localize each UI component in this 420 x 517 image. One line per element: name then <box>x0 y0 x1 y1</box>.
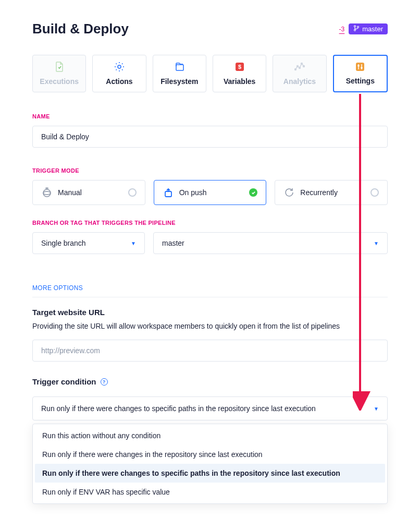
tab-settings[interactable]: Settings <box>333 55 388 92</box>
target-url-desc: Providing the site URL will allow worksp… <box>32 322 388 330</box>
branch-type-dropdown[interactable]: Single branch ▼ <box>32 232 145 254</box>
trigger-on-push[interactable]: On push <box>154 180 267 205</box>
trigger-mode-label: TRIGGER MODE <box>32 167 388 174</box>
svg-point-18 <box>43 191 51 195</box>
settings-icon <box>355 62 365 71</box>
pipeline-name-input[interactable] <box>32 126 388 148</box>
branch-trigger-label: BRANCH OR TAG THAT TRIGGERS THE PIPELINE <box>32 220 388 226</box>
page-title: Build & Deploy <box>32 21 129 37</box>
chevron-down-icon: ▼ <box>374 406 379 412</box>
help-icon[interactable]: ? <box>101 378 108 386</box>
tab-variables[interactable]: $ Variables <box>213 55 266 92</box>
svg-point-16 <box>361 67 363 69</box>
radio-unchecked-icon <box>128 188 137 197</box>
tab-analytics[interactable]: Analytics <box>273 55 326 92</box>
condition-option[interactable]: Run this action without any condition <box>35 426 385 445</box>
svg-rect-12 <box>356 63 364 71</box>
condition-option[interactable]: Run only if there were changes to specif… <box>35 464 385 483</box>
diff-indicator[interactable]: -3 <box>339 26 345 33</box>
target-url-title: Target website URL <box>32 308 388 317</box>
chevron-down-icon: ▼ <box>131 241 136 246</box>
svg-point-17 <box>43 189 51 197</box>
more-options-label: MORE OPTIONS <box>32 284 388 297</box>
variables-icon: $ <box>235 62 244 72</box>
on-push-icon <box>163 187 174 198</box>
svg-point-11 <box>303 66 304 67</box>
name-label: NAME <box>32 113 388 119</box>
svg-rect-19 <box>165 191 171 197</box>
svg-point-10 <box>301 63 302 65</box>
branch-badge[interactable]: master <box>349 23 388 34</box>
trigger-recurrently[interactable]: Recurrently <box>275 180 388 205</box>
svg-point-1 <box>354 29 356 31</box>
svg-point-8 <box>297 66 298 67</box>
tab-executions[interactable]: Executions <box>32 55 86 92</box>
trigger-condition-menu: Run this action without any condition Ru… <box>32 424 388 504</box>
svg-point-7 <box>294 69 296 70</box>
svg-rect-4 <box>176 65 183 70</box>
svg-point-0 <box>354 26 356 27</box>
trigger-manual[interactable]: Manual <box>32 180 145 205</box>
tab-actions[interactable]: Actions <box>92 55 146 92</box>
condition-option[interactable]: Run only if there were changes in the re… <box>35 445 385 464</box>
page-header: Build & Deploy -3 master <box>32 21 388 37</box>
recurrently-icon <box>283 187 295 198</box>
filesystem-icon <box>174 62 185 72</box>
svg-point-3 <box>118 65 121 68</box>
svg-point-9 <box>299 67 300 69</box>
trigger-condition-title: Trigger condition <box>32 377 96 386</box>
executions-icon <box>55 62 64 72</box>
chevron-down-icon: ▼ <box>374 241 379 246</box>
check-icon <box>249 188 257 197</box>
branch-badge-label: master <box>362 25 383 33</box>
actions-icon <box>114 62 125 72</box>
trigger-condition-dropdown[interactable]: Run only if there were changes to specif… <box>32 396 388 420</box>
radio-unchecked-icon <box>370 188 379 197</box>
branch-icon <box>353 25 360 33</box>
tabs: Executions Actions Filesystem <box>32 55 388 92</box>
tab-filesystem[interactable]: Filesystem <box>153 55 206 92</box>
condition-option[interactable]: Run only if ENV VAR has specific value <box>35 483 385 501</box>
svg-point-15 <box>357 65 360 67</box>
target-url-input[interactable] <box>32 340 388 362</box>
analytics-icon <box>294 62 305 72</box>
svg-point-2 <box>357 26 359 28</box>
branch-value-dropdown[interactable]: master ▼ <box>153 232 388 254</box>
svg-text:$: $ <box>238 64 241 70</box>
manual-icon <box>41 187 53 198</box>
